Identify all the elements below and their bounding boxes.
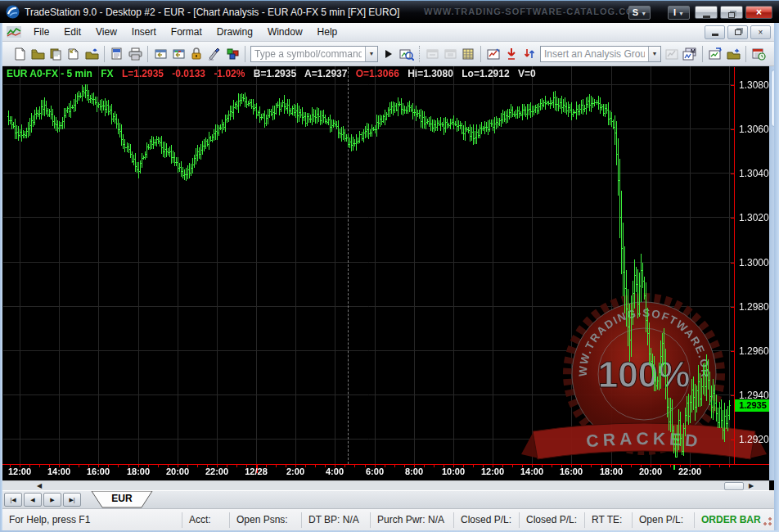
horizontal-scrollbar[interactable]: ◀ ▶ — [2, 480, 769, 490]
menu-bar: FileEditViewInsertFormatDrawingWindowHel… — [2, 23, 774, 42]
status-field-5: Closed P/L: — [453, 512, 519, 528]
price-tick — [731, 440, 735, 440]
arrow-down-red-icon[interactable] — [502, 45, 520, 63]
window-disabled-2-icon[interactable] — [441, 45, 459, 63]
symbol-input[interactable] — [251, 47, 365, 61]
menu-insert[interactable]: Insert — [124, 24, 164, 40]
save-desktop-icon[interactable] — [47, 45, 65, 63]
time-tick-label: 12/28 — [245, 467, 268, 476]
objects-cubes-icon[interactable] — [223, 45, 241, 63]
status-order-bar[interactable]: ORDER BAR — [694, 512, 763, 528]
print-icon[interactable] — [126, 45, 144, 63]
workspace-tab-bar: |◀ ◀ ▶ ▶| EUR — [2, 490, 774, 508]
tab-eur[interactable]: EUR — [91, 491, 153, 508]
chart-find-icon[interactable] — [398, 45, 416, 63]
legend-low: Lo=1.2912 — [462, 68, 509, 79]
i-menu-button[interactable]: I ▼ — [668, 6, 690, 20]
scroll-right-icon[interactable]: ▶ — [749, 482, 754, 490]
time-tick — [631, 465, 632, 467]
close-button[interactable]: × — [745, 6, 772, 19]
tradestation-logo-icon — [6, 5, 20, 19]
menu-help[interactable]: Help — [310, 24, 345, 40]
menu-file[interactable]: File — [26, 24, 56, 40]
analysis-group-combobox[interactable]: ▼ — [540, 46, 661, 62]
legend-last: L=1.2935 — [122, 68, 164, 79]
resize-grip-icon[interactable] — [763, 517, 772, 527]
status-field-0: For Help, press F1 — [2, 512, 182, 528]
calendar-clock-icon[interactable] — [750, 45, 768, 63]
status-field-7: RT TE: — [584, 512, 632, 528]
chart-import-icon[interactable] — [706, 45, 724, 63]
time-tick — [385, 465, 385, 467]
arrows-downup-icon[interactable] — [520, 45, 538, 63]
time-tick — [79, 465, 79, 467]
time-tick — [719, 465, 720, 467]
scroll-left-icon[interactable]: ◀ — [37, 482, 42, 490]
matrix-table-icon[interactable] — [459, 45, 477, 63]
window-status-icon[interactable] — [169, 45, 187, 63]
open-workspace-icon[interactable] — [29, 45, 47, 63]
symbol-dropdown-button[interactable]: ▼ — [365, 47, 377, 61]
tab-first-button[interactable]: |◀ — [4, 493, 22, 507]
lock-icon[interactable] — [187, 45, 205, 63]
price-tick — [731, 307, 735, 308]
mdi-restore-button[interactable] — [727, 25, 748, 39]
time-tick-label: 12:00 — [481, 467, 504, 476]
menu-view[interactable]: View — [88, 24, 124, 40]
window-disabled-1-icon[interactable] — [423, 45, 441, 63]
frame-right — [774, 23, 779, 530]
time-tick — [512, 465, 513, 467]
s-menu-button[interactable]: S ▼ — [628, 6, 651, 20]
m-chart-stack-icon[interactable]: M — [681, 45, 699, 63]
new-document-icon[interactable] — [11, 45, 29, 63]
tab-previous-button[interactable]: ◀ — [24, 493, 42, 507]
menu-window[interactable]: Window — [260, 24, 310, 40]
horizontal-scrollbar-thumb[interactable] — [724, 482, 744, 490]
time-tick — [434, 465, 435, 467]
minimize-button[interactable] — [695, 6, 718, 19]
price-tick — [731, 395, 735, 396]
restore-button[interactable] — [720, 6, 743, 19]
price-tick — [731, 351, 735, 352]
mdi-close-button[interactable]: × — [750, 25, 771, 39]
status-field-2: Open Psns: — [229, 512, 301, 528]
legend-bid: B=1.2935 — [254, 68, 296, 79]
menu-drawing[interactable]: Drawing — [209, 24, 260, 40]
time-tick — [315, 465, 316, 467]
tab-last-button[interactable]: ▶| — [63, 493, 81, 507]
time-tick — [670, 465, 671, 467]
mdi-minimize-button[interactable] — [705, 25, 725, 39]
symbol-combobox[interactable]: ▼ — [250, 46, 378, 62]
menu-format[interactable]: Format — [164, 24, 209, 40]
format-tools-icon[interactable] — [205, 45, 223, 63]
time-tick — [354, 465, 355, 467]
archive-folder-icon[interactable] — [83, 45, 101, 63]
folder-export-icon[interactable] — [724, 45, 742, 63]
time-tick-label: 20:00 — [639, 467, 662, 476]
tab-next-button[interactable]: ▶ — [43, 493, 61, 507]
go-icon[interactable] — [380, 45, 398, 63]
svg-text:M: M — [691, 48, 696, 54]
status-field-8: Open P/L: — [632, 512, 694, 528]
chart-alert-icon[interactable] — [484, 45, 502, 63]
save-page-icon[interactable] — [65, 45, 83, 63]
price-tick-label: 1.3020 — [739, 212, 769, 223]
price-tick — [731, 129, 735, 130]
menu-edit[interactable]: Edit — [56, 24, 88, 40]
print-preview-icon[interactable] — [108, 45, 126, 63]
mdi-window-controls: × — [705, 25, 771, 39]
chart-disabled-icon[interactable] — [663, 45, 681, 63]
time-tick-label: 20:00 — [166, 467, 189, 476]
analysis-group-input[interactable] — [541, 47, 648, 61]
window-previous-icon[interactable] — [151, 45, 169, 63]
price-tick-label: 1.3040 — [739, 168, 769, 179]
status-field-1: Acct: — [182, 512, 229, 528]
price-tick-label: 1.2920 — [739, 434, 769, 445]
analysis-dropdown-button[interactable]: ▼ — [648, 47, 660, 61]
time-tick-label: 4:00 — [326, 467, 344, 476]
price-bars-canvas[interactable] — [3, 66, 734, 464]
time-tick — [118, 465, 119, 467]
time-tick-label: 14:00 — [520, 467, 543, 476]
price-tick-label: 1.3080 — [739, 79, 769, 91]
time-tick-label: 16:00 — [87, 467, 110, 476]
